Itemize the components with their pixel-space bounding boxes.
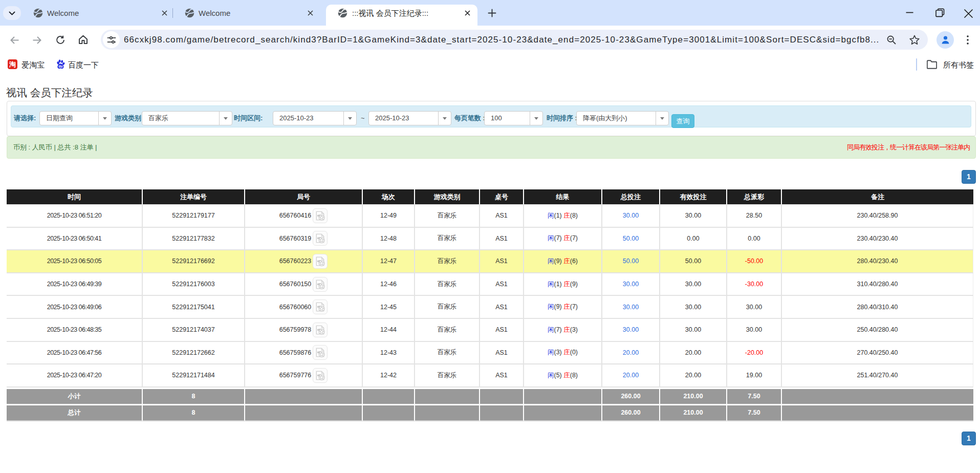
svg-text:du: du: [58, 64, 62, 68]
